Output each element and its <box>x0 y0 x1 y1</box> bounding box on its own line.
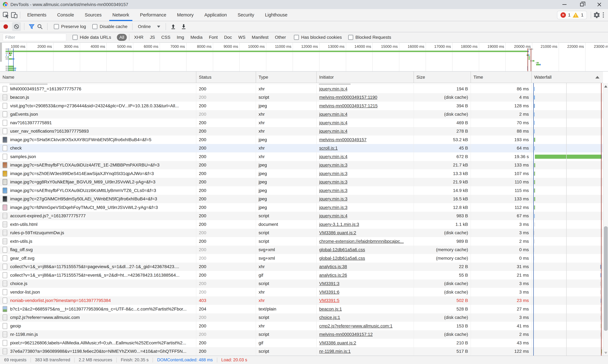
filter-chip-font[interactable]: Font <box>206 34 220 41</box>
initiator-link[interactable]: jquery.min.js:4 <box>319 154 347 159</box>
initiator-link[interactable]: melvins-mn0000349157 <box>319 137 367 142</box>
initiator-link[interactable]: VM3386 quant.js:2 <box>319 230 356 235</box>
table-row[interactable]: flag_off.svg200svg+xmlglobal-12db61a5a6.… <box>0 246 603 254</box>
close-button[interactable] <box>591 0 608 9</box>
search-button[interactable] <box>36 23 44 31</box>
table-row[interactable]: extn-utils.html200documentjquery-3.1.1.m… <box>0 220 603 229</box>
filter-chip-js[interactable]: JS <box>147 34 158 41</box>
initiator-link[interactable]: jquery.min.js:4 <box>319 213 347 218</box>
initiator-link[interactable]: jquery.min.js:3 <box>319 171 347 176</box>
throttling-select[interactable]: Online <box>138 24 160 29</box>
filter-chip-doc[interactable]: Doc <box>222 34 235 41</box>
table-row[interactable]: vendor-list.json200xhrVM3391:6(disk cach… <box>0 288 603 296</box>
blocked-requests-checkbox[interactable]: Blocked Requests <box>348 35 391 40</box>
column-header-time[interactable]: Time <box>471 72 532 83</box>
table-row[interactable]: image.jpg?c=SHa5KCkIvctKX5xXAY8t1FWnbEN5… <box>0 135 603 144</box>
table-row[interactable]: gaEvents.json200xhrjquery.min.js:4(disk … <box>0 110 603 119</box>
table-row[interactable]: rules-p-59TntzuqummDw.js200scriptVM3386 … <box>0 229 603 237</box>
table-row[interactable]: MN0000349157?_=1613977775776200xhrjquery… <box>0 85 603 93</box>
initiator-link[interactable]: VM3386 quant.js:2 <box>319 340 356 346</box>
initiator-link[interactable]: analytics.js:38 <box>319 264 347 269</box>
initiator-link[interactable]: VM3391:6 <box>319 290 340 295</box>
hide-data-urls-checkbox[interactable]: Hide data URLs <box>73 35 111 40</box>
column-header-initiator[interactable]: Initiator <box>317 72 414 83</box>
initiator-link[interactable]: melvins-mn0000349157:1215 <box>319 103 378 108</box>
initiator-link[interactable]: jquery.min.js:4 <box>319 129 347 134</box>
import-har-button[interactable] <box>169 23 177 31</box>
device-toolbar-button[interactable] <box>10 11 18 19</box>
filter-chip-other[interactable]: Other <box>272 34 289 41</box>
table-row[interactable]: image.jpg?c=sZh0EiW3es99lDeS414EawSijaXJ… <box>0 169 603 178</box>
record-button[interactable] <box>3 24 8 29</box>
filter-toggle-button[interactable] <box>27 23 36 31</box>
table-row[interactable]: noniab-vendorlist.json?timestamp=1613977… <box>0 296 603 305</box>
initiator-link[interactable]: jquery.min.js:4 <box>319 86 347 91</box>
initiator-link[interactable]: melvins-mn0000349157:1190 <box>319 95 377 100</box>
table-row[interactable]: image.jpg?c=fdNmGpeVStDqehFoyTMuCt_M69_U… <box>0 203 603 212</box>
initiator-link[interactable]: jquery.min.js:3 <box>319 163 347 168</box>
timeline-overview[interactable]: 1000 ms2000 ms3000 ms4000 ms5000 ms6000 … <box>0 43 608 72</box>
initiator-link[interactable]: VM3391:5 <box>319 298 340 303</box>
initiator-link[interactable]: jquery-3.1.1.min.js:3 <box>319 222 359 227</box>
filter-chip-css[interactable]: CSS <box>159 34 173 41</box>
initiator-link[interactable]: jquery.min.js:3 <box>319 196 347 201</box>
initiator-link[interactable]: melvins-mn0000349157:12 <box>319 332 373 337</box>
column-header-waterfall[interactable]: Waterfall <box>532 72 603 83</box>
tab-memory[interactable]: Memory <box>172 9 199 21</box>
initiator-link[interactable]: chrome-extension://efaidnbmnnnibpcajpc..… <box>319 239 404 244</box>
scroll-down-icon[interactable] <box>604 352 607 354</box>
table-row[interactable]: cmp2.js?referer=www.allmusic.com200scrip… <box>0 313 603 322</box>
scroll-up-icon[interactable] <box>604 85 607 88</box>
clear-button[interactable] <box>12 22 21 31</box>
filter-chip-xhr[interactable]: XHR <box>132 34 146 41</box>
initiator-link[interactable]: beacon.js:1 <box>319 307 342 312</box>
tab-elements[interactable]: Elements <box>22 9 52 21</box>
clipped-row[interactable] <box>0 83 603 85</box>
table-row[interactable]: b?c1=2&c2=6685975&ns__t=1613977795390&ns… <box>0 305 603 313</box>
initiator-link[interactable]: VM3391:3 <box>319 281 340 286</box>
table-row[interactable]: geoip200xhrcmp2.js?referer=www.allmusic.… <box>0 322 603 330</box>
table-row[interactable]: nr-1198.min.js200scriptmelvins-mn0000349… <box>0 330 603 339</box>
issues-badge[interactable]: ✕ 1 1 <box>557 11 587 19</box>
settings-button[interactable] <box>593 11 601 19</box>
table-row[interactable]: nav?1613977775891200xhrjquery.min.js:446… <box>0 118 603 127</box>
table-row[interactable]: beacon.js200scriptmelvins-mn0000349157:1… <box>0 93 603 102</box>
table-row[interactable]: gear_off.svg200svg+xmlglobal-12db61a5a6.… <box>0 254 603 262</box>
filter-chip-all[interactable]: All <box>117 34 127 41</box>
table-row[interactable]: choice.js200scriptVM3391:3(disk cache)3 … <box>0 279 603 288</box>
inspect-element-button[interactable] <box>2 11 10 19</box>
initiator-link[interactable]: global-12db61a5a6.css <box>319 256 365 261</box>
column-header-name[interactable]: Name <box>0 72 196 83</box>
table-row[interactable]: collect?v=1&_v=j88&a=1175155575&t=event&… <box>0 271 603 279</box>
filter-chip-img[interactable]: Img <box>174 34 187 41</box>
column-header-size[interactable]: Size <box>414 72 471 83</box>
disable-cache-checkbox[interactable]: Disable cache <box>92 24 127 29</box>
tab-sources[interactable]: Sources <box>79 9 107 21</box>
table-row[interactable]: pixel;r=962126806;labels=AllMedia.AllMus… <box>0 339 603 347</box>
initiator-link[interactable]: jquery.min.js:3 <box>319 205 347 210</box>
initiator-link[interactable]: jquery.min.js:4 <box>319 112 347 117</box>
initiator-link[interactable]: analytics.js:26 <box>319 273 347 278</box>
filter-chip-media[interactable]: Media <box>188 34 205 41</box>
table-row[interactable]: check200xhrscroll.js:145 B64 ms <box>0 144 603 153</box>
tab-performance[interactable]: Performance <box>135 9 172 21</box>
table-row[interactable]: image.jpg?c=sAEfhsyfbFYLOXAu9iDUzz6KsMtt… <box>0 186 603 195</box>
column-header-status[interactable]: Status <box>196 72 256 83</box>
tab-security[interactable]: Security <box>232 9 260 21</box>
table-row[interactable]: image.jpg?c=gg8RxY0uNkEftjae_BGVU9_M69_U… <box>0 178 603 186</box>
filter-chip-ws[interactable]: WS <box>236 34 248 41</box>
table-row[interactable]: 37e6a77380?a=396089988&v=1198.fe6ec20&to… <box>0 347 603 356</box>
table-row[interactable]: collect?v=1&_v=j88&a=1175155575&t=pagevi… <box>0 262 603 271</box>
column-header-type[interactable]: Type <box>256 72 317 83</box>
table-row[interactable]: visit.jpg?ctx=2908533&cmp=2736444&sid=24… <box>0 102 603 110</box>
initiator-link[interactable]: global-12db61a5a6.css <box>319 247 365 252</box>
has-blocked-cookies-checkbox[interactable]: Has blocked cookies <box>294 35 342 40</box>
table-row[interactable]: extn-utils.js200scriptchrome-extension:/… <box>0 237 603 246</box>
table-row[interactable]: samples.json200xhrjquery.min.js:4672 B19… <box>0 152 603 161</box>
initiator-link[interactable]: nr-1198.min.js:1 <box>319 349 351 354</box>
table-row[interactable]: image.jpg?c=27gGNMCH95dmSy50LAEi_VWnbEN5… <box>0 195 603 203</box>
export-har-button[interactable] <box>180 23 188 31</box>
filter-chip-manifest[interactable]: Manifest <box>249 34 271 41</box>
table-row[interactable]: user_nav_notifications?1613977775893200x… <box>0 127 603 136</box>
table-row[interactable]: image.jpg?c=sAEfhsyfbFYLOXAu9iDUz4Af7E_1… <box>0 161 603 169</box>
